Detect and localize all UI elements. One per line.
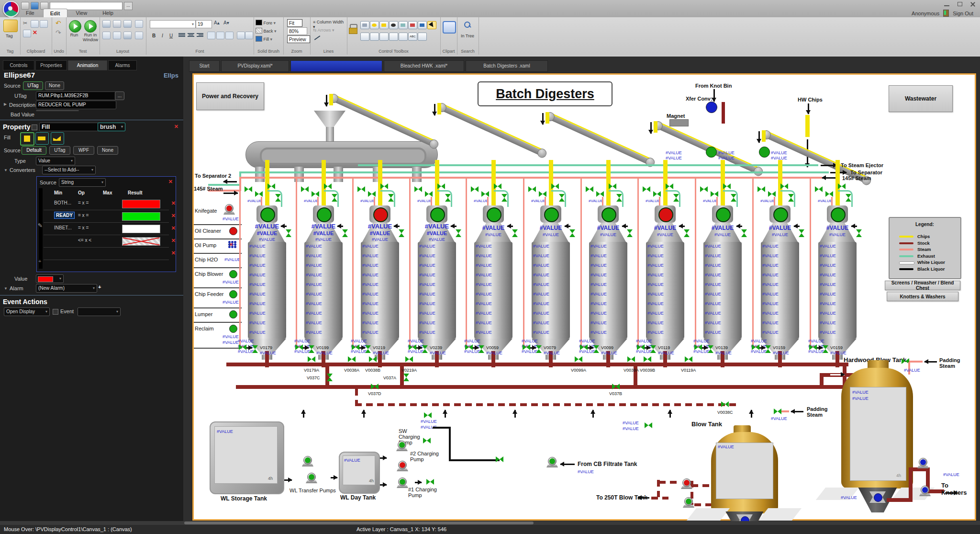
italic-button[interactable]: I [158, 32, 167, 40]
menu-tab-file[interactable]: File [19, 9, 41, 18]
fill-source-utag[interactable]: UTag [49, 146, 70, 155]
layout-tool-icon[interactable] [102, 32, 111, 39]
layout-tool-icon[interactable] [135, 20, 143, 28]
layout-tool-icon[interactable] [123, 20, 132, 28]
text-tool-icon[interactable]: ABC [408, 33, 417, 41]
font-size-combo[interactable]: 19 [196, 20, 212, 28]
manifold-valve[interactable] [644, 356, 651, 362]
solid-brush-fill[interactable]: Fill ▾ [256, 36, 281, 42]
delete-row-icon[interactable]: ✕ [171, 238, 176, 244]
map-row[interactable]: <= x <✕ [44, 235, 169, 248]
in-tree-button[interactable]: In Tree [459, 34, 476, 38]
lock-icon[interactable] [349, 28, 357, 34]
search-icon[interactable] [464, 21, 471, 29]
fit-button[interactable]: Fit [287, 19, 302, 27]
sign-out-button[interactable]: Sign Out [953, 11, 973, 16]
redo-icon[interactable]: ↷ [56, 29, 61, 36]
app-logo-icon[interactable] [3, 1, 19, 17]
map-row[interactable]: READY= x =✕ [44, 210, 169, 223]
toolbox-tool-icon[interactable] [370, 21, 379, 29]
lower-valve[interactable] [612, 384, 620, 389]
alarm-dropdown[interactable]: (New Alarm)▾ [36, 284, 97, 293]
lower-valve[interactable] [403, 374, 409, 381]
map-row[interactable]: BOTH...= x =✕ [44, 198, 169, 210]
panel-tab-animation[interactable]: Animation [68, 60, 107, 70]
horizontal-scrollbar[interactable] [0, 521, 980, 525]
delete-row-icon[interactable]: ✕ [171, 200, 176, 206]
restore-icon[interactable] [957, 2, 963, 7]
value-color-dropdown[interactable]: ▾ [36, 274, 64, 283]
menu-tab-edit[interactable]: Edit [43, 9, 67, 18]
doc-tab-start[interactable]: Start [189, 60, 220, 72]
paste-icon[interactable] [40, 20, 48, 28]
manifold-valve[interactable] [685, 356, 692, 362]
manifold-valve[interactable] [627, 356, 635, 362]
font-family-combo[interactable]: ▾ [150, 20, 196, 28]
delete-row-icon[interactable]: ✕ [171, 250, 176, 256]
source-utag-toggle[interactable]: UTag [23, 81, 43, 90]
select-cursor-icon[interactable] [427, 21, 436, 29]
zoom-level-combo[interactable]: 80% [287, 27, 307, 35]
manifold-valve[interactable] [575, 356, 582, 362]
layout-tool-icon[interactable] [113, 32, 121, 39]
minimize-icon[interactable] [944, 2, 950, 7]
screens-rewasher-button[interactable]: Screens / Rewasher / Blend Chest [885, 281, 960, 290]
map-row[interactable]: INBET...= x =✕ [44, 223, 169, 235]
map-source-dropdown[interactable]: String▾ [59, 178, 106, 187]
toolbox-shape-icon[interactable] [389, 21, 398, 29]
edit-map-icon[interactable]: ✎ [38, 222, 43, 229]
panel-tab-alarms[interactable]: Alarms [108, 60, 137, 70]
tag-button[interactable]: Tag [6, 34, 13, 38]
panel-tab-properties[interactable]: Properties [35, 60, 67, 70]
description-expander-icon[interactable]: ▶ [4, 102, 7, 106]
text-fit-icon[interactable] [207, 32, 215, 39]
solid-brush-fore[interactable]: Fore ▾ [256, 20, 281, 25]
toolbox-tool-icon[interactable] [379, 21, 389, 29]
align-c-icon[interactable] [188, 33, 194, 38]
map-row[interactable]: ✕ [44, 248, 169, 260]
lower-valve[interactable] [371, 384, 379, 389]
toolbox-shape-icon[interactable] [418, 33, 427, 41]
shrink-font-icon[interactable]: A▾ [223, 20, 229, 25]
align-left-icon[interactable] [178, 33, 185, 38]
add-alarm-icon[interactable]: + [98, 284, 101, 290]
copy-icon[interactable] [31, 20, 39, 28]
property-checkbox[interactable] [32, 125, 37, 130]
utag-input[interactable]: RUM.PIhp1.M39E2F2B [36, 91, 116, 100]
manifold-valve[interactable] [405, 356, 413, 362]
fill-source-wpf[interactable]: WPF [73, 146, 94, 155]
fill-wave-button[interactable] [51, 132, 64, 145]
toolbox-shape-icon[interactable] [370, 33, 379, 41]
solid-brush-back[interactable]: Back ▾ [256, 28, 281, 34]
layout-tool-icon[interactable] [135, 32, 143, 39]
toolbox-shape-icon[interactable] [389, 33, 398, 41]
utag-browse-button[interactable]: ... [115, 91, 124, 100]
alarm-expander-icon[interactable]: ▼ [4, 286, 8, 291]
layout-tool-icon[interactable] [102, 20, 111, 28]
underline-button[interactable]: U [167, 32, 175, 40]
wastewater-button[interactable]: Wastewater [889, 85, 953, 112]
arrows-dropdown[interactable]: ⇆ Arrows ▾ [313, 28, 342, 33]
run-button[interactable]: Run [67, 33, 81, 37]
toolbox-shape-icon[interactable] [379, 33, 389, 41]
doc-tab-pvdisplay[interactable]: PVDisplay.xaml* [221, 60, 289, 72]
manifold-valve[interactable] [348, 356, 356, 362]
line-style-icon[interactable] [314, 35, 321, 40]
panel-tab-controls[interactable]: Controls [3, 60, 34, 70]
delete-property-icon[interactable]: ✕ [174, 124, 178, 130]
grow-font-icon[interactable]: A▴ [214, 20, 220, 25]
event-dropdown[interactable]: ▾ [78, 307, 121, 316]
toolbox-shape-icon[interactable] [360, 33, 369, 41]
delete-map-icon[interactable]: ✕ [168, 179, 173, 185]
converters-dropdown[interactable]: --Select to Add--▾ [42, 166, 96, 174]
run-in-window-button[interactable]: Run In Window [82, 33, 99, 42]
delete-row-icon[interactable]: ✕ [171, 213, 176, 219]
source-none-toggle[interactable]: None [45, 81, 64, 90]
fill-source-default[interactable]: Default [22, 146, 46, 155]
add-map-row-icon[interactable]: + [38, 258, 41, 264]
knotters-washers-button[interactable]: Knotters & Washers [887, 292, 958, 301]
paste-special-icon[interactable] [23, 30, 31, 37]
toolbox-shape-icon[interactable] [399, 21, 408, 29]
power-recovery-button[interactable]: Power and Recovery [196, 82, 264, 110]
display-canvas[interactable]: Power and Recovery Wastewater Batch Dige… [192, 73, 976, 521]
